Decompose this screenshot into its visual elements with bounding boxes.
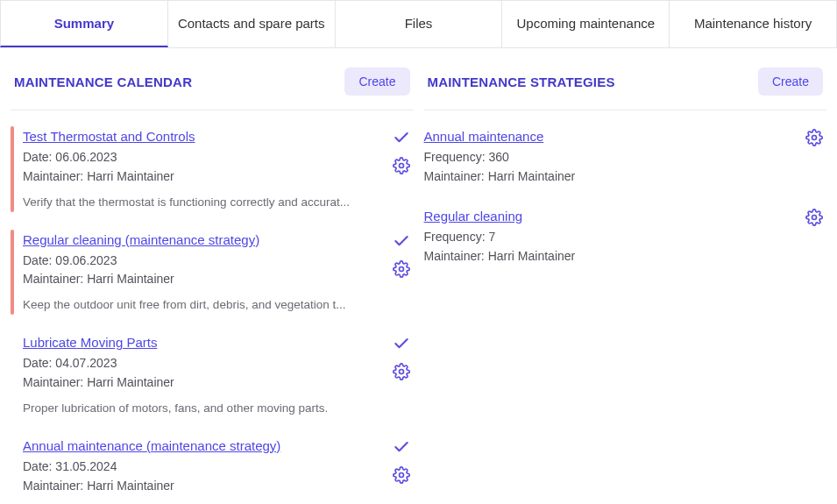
calendar-item-maintainer: Maintainer: Harri Maintainer	[23, 167, 389, 187]
tab-summary[interactable]: Summary	[0, 0, 168, 47]
calendar-create-button[interactable]: Create	[344, 67, 409, 96]
calendar-column: MAINTENANCE CALENDAR Create Test Thermos…	[11, 62, 414, 504]
gear-icon[interactable]	[392, 362, 411, 381]
tab-bar: Summary Contacts and spare parts Files U…	[0, 0, 837, 48]
calendar-item-link[interactable]: Annual maintenance (maintenance strategy…	[23, 436, 280, 456]
calendar-title: MAINTENANCE CALENDAR	[14, 75, 192, 89]
calendar-item-link[interactable]: Lubricate Moving Parts	[23, 332, 157, 352]
check-icon[interactable]	[392, 128, 411, 147]
tab-upcoming-maintenance[interactable]: Upcoming maintenance	[502, 0, 670, 47]
calendar-header: MAINTENANCE CALENDAR Create	[11, 62, 414, 110]
strategy-item: Regular cleaning Frequency: 7 Maintainer…	[424, 206, 827, 266]
calendar-item-body: Lubricate Moving Parts Date: 04.07.2023 …	[23, 332, 389, 418]
calendar-item-desc: Proper lubrication of motors, fans, and …	[23, 400, 389, 418]
gear-icon[interactable]	[805, 128, 824, 147]
calendar-item-date: Date: 04.07.2023	[23, 354, 389, 373]
strategy-item-frequency: Frequency: 7	[424, 228, 803, 247]
status-bar	[11, 436, 14, 504]
calendar-item: Lubricate Moving Parts Date: 04.07.2023 …	[11, 332, 414, 418]
strategy-item-maintainer: Maintainer: Harri Maintainer	[424, 167, 803, 187]
strategy-item-frequency: Frequency: 360	[424, 148, 803, 167]
svg-point-1	[399, 266, 403, 271]
gear-icon[interactable]	[392, 259, 411, 279]
tab-contacts-spare-parts[interactable]: Contacts and spare parts	[168, 0, 336, 47]
calendar-item-body: Regular cleaning (maintenance strategy) …	[23, 230, 389, 316]
strategies-header: MAINTENANCE STRATEGIES Create	[424, 62, 827, 110]
calendar-item-maintainer: Maintainer: Harri Maintainer	[23, 373, 389, 393]
svg-point-0	[399, 164, 403, 168]
calendar-item-actions	[389, 436, 414, 504]
gear-icon[interactable]	[392, 465, 411, 485]
calendar-item-link[interactable]: Test Thermostat and Controls	[23, 126, 195, 146]
calendar-item-date: Date: 06.06.2023	[23, 148, 389, 167]
calendar-item-body: Annual maintenance (maintenance strategy…	[23, 436, 389, 504]
svg-point-2	[399, 370, 403, 374]
status-bar	[11, 332, 14, 418]
check-icon[interactable]	[392, 437, 411, 457]
strategy-body: Regular cleaning Frequency: 7 Maintainer…	[424, 206, 803, 266]
calendar-item-body: Test Thermostat and Controls Date: 06.06…	[23, 126, 389, 212]
calendar-item: Regular cleaning (maintenance strategy) …	[11, 230, 414, 316]
calendar-item: Test Thermostat and Controls Date: 06.06…	[11, 126, 414, 212]
strategy-item-link[interactable]: Regular cleaning	[424, 206, 523, 226]
gear-icon[interactable]	[805, 208, 824, 227]
strategy-item-link[interactable]: Annual maintenance	[424, 126, 544, 146]
strategies-column: MAINTENANCE STRATEGIES Create Annual mai…	[424, 62, 827, 504]
svg-point-5	[812, 215, 817, 219]
calendar-item-date: Date: 31.05.2024	[23, 458, 389, 477]
check-icon[interactable]	[392, 334, 411, 353]
calendar-item-actions	[389, 126, 414, 212]
calendar-item-actions	[389, 230, 414, 316]
tab-files[interactable]: Files	[336, 0, 503, 47]
strategy-body: Annual maintenance Frequency: 360 Mainta…	[424, 126, 803, 187]
strategy-item-actions	[802, 126, 826, 187]
check-icon[interactable]	[392, 231, 411, 251]
calendar-item-link[interactable]: Regular cleaning (maintenance strategy)	[23, 230, 259, 250]
calendar-item-maintainer: Maintainer: Harri Maintainer	[23, 270, 389, 289]
strategy-item: Annual maintenance Frequency: 360 Mainta…	[424, 126, 827, 187]
calendar-item-actions	[389, 332, 414, 418]
gear-icon[interactable]	[392, 156, 411, 175]
calendar-item: Annual maintenance (maintenance strategy…	[11, 436, 414, 504]
calendar-item-desc: Verify that the thermostat is functionin…	[23, 194, 389, 212]
calendar-item-maintainer: Maintainer: Harri Maintainer	[23, 477, 389, 496]
tab-maintenance-history[interactable]: Maintenance history	[670, 0, 837, 47]
status-bar	[11, 230, 14, 316]
calendar-item-date: Date: 09.06.2023	[23, 252, 389, 271]
calendar-item-desc: Keep the outdoor unit free from dirt, de…	[23, 296, 389, 315]
status-bar	[11, 126, 14, 212]
svg-point-3	[399, 472, 403, 477]
strategies-title: MAINTENANCE STRATEGIES	[428, 75, 615, 89]
strategies-create-button[interactable]: Create	[758, 67, 823, 96]
svg-point-4	[812, 136, 817, 140]
strategy-item-maintainer: Maintainer: Harri Maintainer	[424, 247, 803, 266]
strategy-item-actions	[802, 206, 826, 266]
